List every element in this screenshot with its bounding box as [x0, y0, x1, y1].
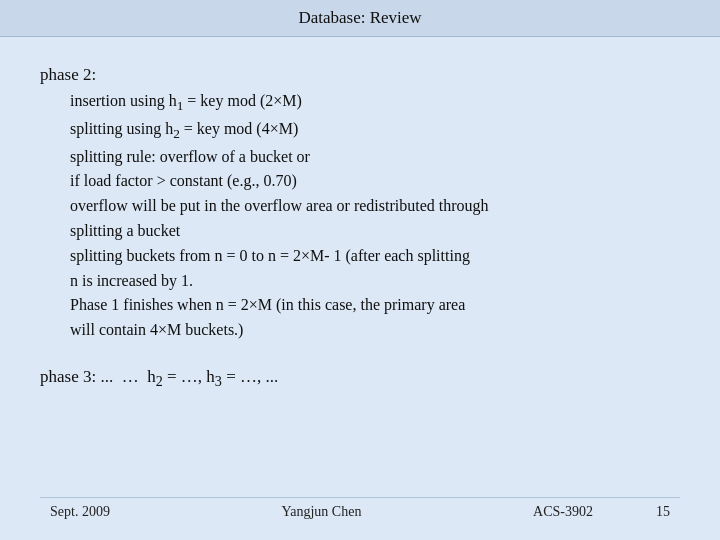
- phase3-label: phase 3: ... … h2 = …, h3 = …, ...: [40, 367, 278, 386]
- phase3-section: phase 3: ... … h2 = …, h3 = …, ...: [40, 367, 680, 390]
- header-title: Database: Review: [298, 8, 421, 27]
- slide-footer: Sept. 2009 Yangjun Chen ACS-3902 15: [40, 497, 680, 530]
- footer-course: ACS-3902: [533, 504, 593, 519]
- footer-center: Yangjun Chen: [282, 504, 362, 520]
- line-4: if load factor > constant (e.g., 0.70): [70, 169, 680, 194]
- line-1: insertion using h1 = key mod (2×M): [70, 89, 680, 117]
- main-body: phase 2: insertion using h1 = key mod (2…: [40, 65, 680, 497]
- slide: Database: Review phase 2: insertion usin…: [0, 0, 720, 540]
- footer-page: 15: [656, 504, 670, 519]
- line-3: splitting rule: overflow of a bucket or: [70, 145, 680, 170]
- line-9: Phase 1 finishes when n = 2×M (in this c…: [70, 293, 680, 318]
- footer-left: Sept. 2009: [50, 504, 110, 520]
- slide-content: phase 2: insertion using h1 = key mod (2…: [0, 37, 720, 540]
- line-5: overflow will be put in the overflow are…: [70, 194, 680, 219]
- phase2-lines: insertion using h1 = key mod (2×M) split…: [70, 89, 680, 343]
- line-10: will contain 4×M buckets.): [70, 318, 680, 343]
- phase2-label: phase 2:: [40, 65, 680, 85]
- footer-right: ACS-3902 15: [533, 504, 670, 520]
- line-2: splitting using h2 = key mod (4×M): [70, 117, 680, 145]
- line-6: splitting a bucket: [70, 219, 680, 244]
- line-7: splitting buckets from n = 0 to n = 2×M-…: [70, 244, 680, 269]
- slide-header: Database: Review: [0, 0, 720, 37]
- line-8: n is increased by 1.: [70, 269, 680, 294]
